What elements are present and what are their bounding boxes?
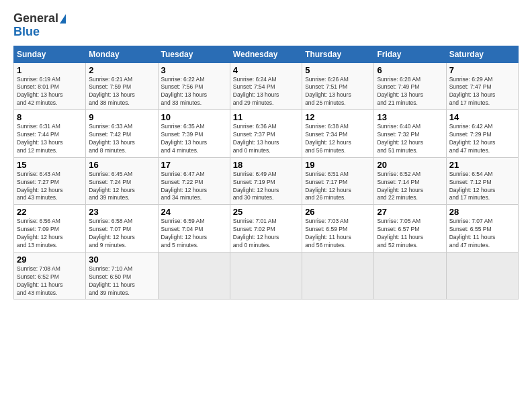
- day-number: 20: [377, 160, 443, 170]
- day-number: 1: [17, 65, 83, 75]
- week-row: 29Sunrise: 7:08 AM Sunset: 6:52 PM Dayli…: [14, 252, 519, 300]
- week-row: 1Sunrise: 6:19 AM Sunset: 8:01 PM Daylig…: [14, 62, 519, 110]
- calendar-cell: 14Sunrise: 6:42 AM Sunset: 7:29 PM Dayli…: [446, 110, 518, 158]
- day-info: Sunrise: 6:29 AM Sunset: 7:47 PM Dayligh…: [449, 76, 515, 108]
- calendar-cell: 24Sunrise: 6:59 AM Sunset: 7:04 PM Dayli…: [158, 205, 230, 253]
- calendar-cell: 30Sunrise: 7:10 AM Sunset: 6:50 PM Dayli…: [86, 252, 158, 300]
- day-info: Sunrise: 6:52 AM Sunset: 7:14 PM Dayligh…: [377, 171, 443, 203]
- day-number: 8: [17, 112, 83, 122]
- header-day-monday: Monday: [86, 46, 158, 62]
- day-info: Sunrise: 6:19 AM Sunset: 8:01 PM Dayligh…: [17, 76, 83, 108]
- day-info: Sunrise: 7:08 AM Sunset: 6:52 PM Dayligh…: [17, 265, 83, 298]
- calendar-cell: 26Sunrise: 7:03 AM Sunset: 6:59 PM Dayli…: [302, 205, 374, 253]
- day-number: 2: [89, 65, 154, 75]
- header-row: SundayMondayTuesdayWednesdayThursdayFrid…: [14, 46, 519, 62]
- logo: General Blue: [13, 12, 66, 39]
- calendar-cell: 23Sunrise: 6:58 AM Sunset: 7:07 PM Dayli…: [86, 205, 158, 253]
- calendar-cell: 5Sunrise: 6:26 AM Sunset: 7:51 PM Daylig…: [302, 62, 374, 110]
- calendar-cell: 7Sunrise: 6:29 AM Sunset: 7:47 PM Daylig…: [446, 62, 518, 110]
- calendar-cell: 27Sunrise: 7:05 AM Sunset: 6:57 PM Dayli…: [374, 205, 446, 253]
- day-info: Sunrise: 6:38 AM Sunset: 7:34 PM Dayligh…: [305, 123, 371, 155]
- calendar-cell: 25Sunrise: 7:01 AM Sunset: 7:02 PM Dayli…: [230, 205, 302, 253]
- day-number: 30: [89, 255, 154, 265]
- calendar-cell: 16Sunrise: 6:45 AM Sunset: 7:24 PM Dayli…: [86, 157, 158, 205]
- day-number: 24: [161, 207, 227, 217]
- day-info: Sunrise: 6:54 AM Sunset: 7:12 PM Dayligh…: [449, 171, 515, 203]
- day-info: Sunrise: 6:22 AM Sunset: 7:56 PM Dayligh…: [161, 76, 227, 108]
- calendar-cell: [302, 252, 374, 300]
- day-number: 26: [305, 207, 371, 217]
- page: General Blue SundayMondayTuesdayWednesda…: [0, 0, 532, 308]
- calendar-cell: 10Sunrise: 6:35 AM Sunset: 7:39 PM Dayli…: [158, 110, 230, 158]
- day-info: Sunrise: 6:33 AM Sunset: 7:42 PM Dayligh…: [89, 123, 154, 155]
- day-number: 16: [89, 160, 154, 170]
- day-info: Sunrise: 6:58 AM Sunset: 7:07 PM Dayligh…: [89, 218, 154, 250]
- day-info: Sunrise: 7:05 AM Sunset: 6:57 PM Dayligh…: [377, 218, 443, 250]
- logo-blue: Blue: [13, 26, 40, 39]
- calendar-body: 1Sunrise: 6:19 AM Sunset: 8:01 PM Daylig…: [14, 62, 519, 300]
- calendar-cell: 13Sunrise: 6:40 AM Sunset: 7:32 PM Dayli…: [374, 110, 446, 158]
- header-day-wednesday: Wednesday: [230, 46, 302, 62]
- calendar-cell: 18Sunrise: 6:49 AM Sunset: 7:19 PM Dayli…: [230, 157, 302, 205]
- calendar-cell: 22Sunrise: 6:56 AM Sunset: 7:09 PM Dayli…: [14, 205, 86, 253]
- day-info: Sunrise: 6:35 AM Sunset: 7:39 PM Dayligh…: [161, 123, 227, 155]
- day-number: 10: [161, 112, 227, 122]
- calendar-cell: 3Sunrise: 6:22 AM Sunset: 7:56 PM Daylig…: [158, 62, 230, 110]
- day-info: Sunrise: 6:24 AM Sunset: 7:54 PM Dayligh…: [233, 76, 299, 108]
- calendar-cell: 6Sunrise: 6:28 AM Sunset: 7:49 PM Daylig…: [374, 62, 446, 110]
- day-info: Sunrise: 7:10 AM Sunset: 6:50 PM Dayligh…: [89, 265, 154, 298]
- header-day-saturday: Saturday: [446, 46, 518, 62]
- calendar-cell: 19Sunrise: 6:51 AM Sunset: 7:17 PM Dayli…: [302, 157, 374, 205]
- calendar-cell: [374, 252, 446, 300]
- calendar-cell: [158, 252, 230, 300]
- calendar-cell: 1Sunrise: 6:19 AM Sunset: 8:01 PM Daylig…: [14, 62, 86, 110]
- day-info: Sunrise: 7:01 AM Sunset: 7:02 PM Dayligh…: [233, 218, 299, 250]
- calendar-header: SundayMondayTuesdayWednesdayThursdayFrid…: [14, 46, 519, 62]
- logo-general: General: [13, 12, 58, 26]
- header-day-thursday: Thursday: [302, 46, 374, 62]
- day-number: 4: [233, 65, 299, 75]
- header-day-friday: Friday: [374, 46, 446, 62]
- day-number: 21: [449, 160, 515, 170]
- day-number: 19: [305, 160, 371, 170]
- day-number: 15: [17, 160, 83, 170]
- calendar-cell: 28Sunrise: 7:07 AM Sunset: 6:55 PM Dayli…: [446, 205, 518, 253]
- header: General Blue: [13, 12, 519, 39]
- day-number: 27: [377, 207, 443, 217]
- day-number: 28: [449, 207, 515, 217]
- calendar-cell: 15Sunrise: 6:43 AM Sunset: 7:27 PM Dayli…: [14, 157, 86, 205]
- day-info: Sunrise: 6:42 AM Sunset: 7:29 PM Dayligh…: [449, 123, 515, 155]
- calendar-table: SundayMondayTuesdayWednesdayThursdayFrid…: [13, 46, 519, 300]
- logo-triangle-icon: [60, 14, 66, 24]
- day-info: Sunrise: 6:43 AM Sunset: 7:27 PM Dayligh…: [17, 171, 83, 203]
- calendar-cell: 11Sunrise: 6:36 AM Sunset: 7:37 PM Dayli…: [230, 110, 302, 158]
- day-number: 3: [161, 65, 227, 75]
- day-info: Sunrise: 6:47 AM Sunset: 7:22 PM Dayligh…: [161, 171, 227, 203]
- day-info: Sunrise: 6:26 AM Sunset: 7:51 PM Dayligh…: [305, 76, 371, 108]
- day-number: 12: [305, 112, 371, 122]
- week-row: 22Sunrise: 6:56 AM Sunset: 7:09 PM Dayli…: [14, 205, 519, 253]
- calendar-cell: 12Sunrise: 6:38 AM Sunset: 7:34 PM Dayli…: [302, 110, 374, 158]
- day-number: 5: [305, 65, 371, 75]
- week-row: 15Sunrise: 6:43 AM Sunset: 7:27 PM Dayli…: [14, 157, 519, 205]
- day-number: 22: [17, 207, 83, 217]
- day-info: Sunrise: 6:51 AM Sunset: 7:17 PM Dayligh…: [305, 171, 371, 203]
- day-number: 9: [89, 112, 154, 122]
- calendar-cell: [446, 252, 518, 300]
- day-info: Sunrise: 7:07 AM Sunset: 6:55 PM Dayligh…: [449, 218, 515, 250]
- day-info: Sunrise: 6:45 AM Sunset: 7:24 PM Dayligh…: [89, 171, 154, 203]
- day-info: Sunrise: 6:56 AM Sunset: 7:09 PM Dayligh…: [17, 218, 83, 250]
- calendar-cell: 17Sunrise: 6:47 AM Sunset: 7:22 PM Dayli…: [158, 157, 230, 205]
- day-number: 25: [233, 207, 299, 217]
- day-info: Sunrise: 6:40 AM Sunset: 7:32 PM Dayligh…: [377, 123, 443, 155]
- calendar-cell: 8Sunrise: 6:31 AM Sunset: 7:44 PM Daylig…: [14, 110, 86, 158]
- day-number: 7: [449, 65, 515, 75]
- day-number: 18: [233, 160, 299, 170]
- day-number: 6: [377, 65, 443, 75]
- calendar-cell: 9Sunrise: 6:33 AM Sunset: 7:42 PM Daylig…: [86, 110, 158, 158]
- day-number: 29: [17, 255, 83, 265]
- day-info: Sunrise: 6:28 AM Sunset: 7:49 PM Dayligh…: [377, 76, 443, 108]
- day-info: Sunrise: 7:03 AM Sunset: 6:59 PM Dayligh…: [305, 218, 371, 250]
- day-info: Sunrise: 6:36 AM Sunset: 7:37 PM Dayligh…: [233, 123, 299, 155]
- day-info: Sunrise: 6:59 AM Sunset: 7:04 PM Dayligh…: [161, 218, 227, 250]
